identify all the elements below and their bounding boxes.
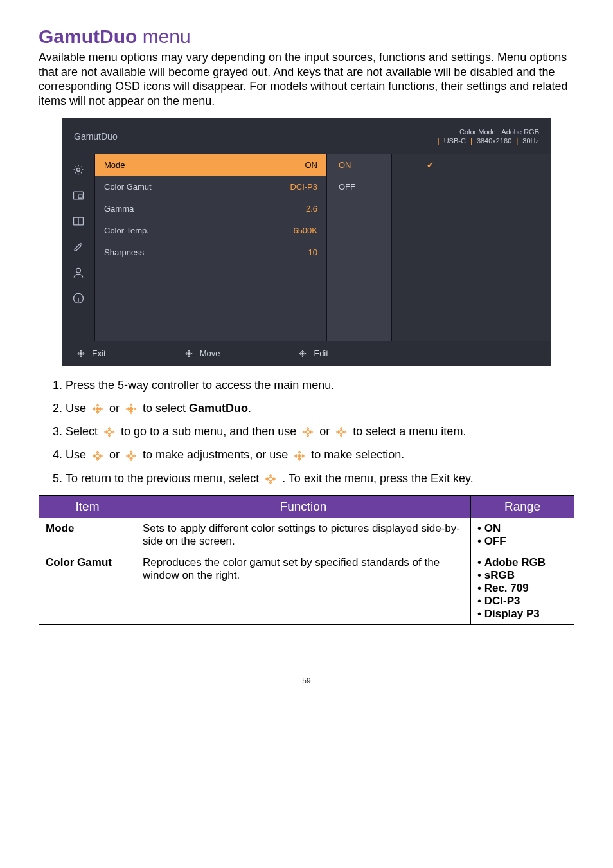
osd-footer-edit: Edit: [297, 348, 328, 359]
osd-option-off: OFF: [327, 176, 391, 198]
osd-title: GamutDuo: [74, 131, 118, 141]
user-icon: [62, 260, 94, 285]
th-range: Range: [471, 496, 574, 518]
page-heading: GamutDuo menu: [39, 26, 574, 48]
osd-status-refresh: 30Hz: [522, 137, 539, 145]
heading-rest: menu: [137, 26, 190, 47]
svg-point-8: [302, 352, 304, 354]
check-icon: ✔: [427, 160, 434, 170]
th-item: Item: [39, 496, 136, 518]
svg-point-0: [77, 168, 80, 171]
controller-icon: [297, 348, 308, 359]
nav-diamond-icon: [301, 425, 315, 439]
th-function: Function: [136, 496, 471, 518]
nav-diamond-icon: [102, 425, 116, 439]
osd-status: Color Mode Adobe RGB | USB-C | 3840x2160…: [435, 127, 539, 146]
table-row: Color Gamut Reproduces the color gamut s…: [39, 552, 574, 625]
svg-point-4: [76, 268, 81, 273]
osd-row-color-temp: Color Temp.6500K: [95, 220, 326, 242]
osd-screenshot: GamutDuo Color Mode Adobe RGB | USB-C | …: [62, 118, 551, 366]
nav-diamond-icon: [91, 402, 105, 416]
step-3: Select to go to a sub menu, and then use…: [66, 424, 574, 439]
osd-option-on: ON: [327, 154, 391, 176]
controller-icon: [183, 348, 195, 359]
controller-icon: [75, 348, 87, 359]
instruction-list: Press the 5-way controller to access the…: [51, 377, 574, 486]
osd-check-column: ✔: [391, 154, 551, 341]
intro-paragraph: Available menu options may vary dependin…: [39, 50, 574, 108]
step-1: Press the 5-way controller to access the…: [66, 377, 574, 393]
cell-function: Reproduces the color gamut set by specif…: [136, 552, 471, 625]
page-number: 59: [39, 676, 574, 685]
svg-point-6: [80, 352, 82, 354]
osd-status-input: USB-C: [444, 137, 466, 145]
osd-status-mode-value: Adobe RGB: [501, 128, 539, 136]
pip-icon: [62, 183, 94, 208]
step-5: To return to the previous menu, select .…: [66, 471, 574, 486]
cell-item: Color Gamut: [39, 552, 136, 625]
osd-row-mode: ModeON: [95, 154, 326, 176]
osd-row-sharpness: Sharpness10: [95, 242, 326, 264]
step-2: Use or to select GamutDuo.: [66, 401, 574, 416]
nav-diamond-icon: [124, 449, 138, 463]
cell-function: Sets to apply different color settings t…: [136, 518, 471, 552]
nav-diamond-icon: [91, 449, 105, 463]
nav-diamond-icon: [334, 425, 348, 439]
osd-row-gamma: Gamma2.6: [95, 198, 326, 220]
cell-range: • Adobe RGB • sRGB • Rec. 709 • DCI-P3 •…: [471, 552, 574, 625]
tools-icon: [62, 234, 94, 260]
heading-bold: GamutDuo: [39, 26, 137, 47]
nav-diamond-icon: [263, 472, 278, 486]
info-icon: [62, 285, 94, 311]
brightness-icon: [62, 157, 94, 183]
step-2-target: GamutDuo: [189, 402, 248, 415]
nav-diamond-icon: [292, 449, 306, 463]
osd-row-color-gamut: Color GamutDCI-P3: [95, 176, 326, 198]
osd-status-resolution: 3840x2160: [477, 137, 511, 145]
osd-footer-move: Move: [183, 348, 220, 359]
svg-point-7: [188, 352, 190, 354]
table-row: Mode Sets to apply different color setti…: [39, 518, 574, 552]
osd-sidebar: [62, 154, 94, 341]
osd-status-mode-label: Color Mode: [459, 128, 496, 136]
osd-check-row: ✔: [392, 154, 551, 176]
osd-settings-column: ModeON Color GamutDCI-P3 Gamma2.6 Color …: [94, 154, 326, 341]
cell-item: Mode: [39, 518, 136, 552]
reference-table: Item Function Range Mode Sets to apply d…: [39, 495, 574, 625]
dual-icon: [62, 208, 94, 234]
cell-range: • ON • OFF: [471, 518, 574, 552]
svg-rect-2: [78, 195, 82, 198]
osd-options-column: ON OFF: [326, 154, 391, 341]
step-4: Use or to make adjustments, or use to ma…: [66, 447, 574, 462]
nav-diamond-icon: [124, 402, 138, 416]
osd-footer-exit: Exit: [75, 348, 106, 359]
